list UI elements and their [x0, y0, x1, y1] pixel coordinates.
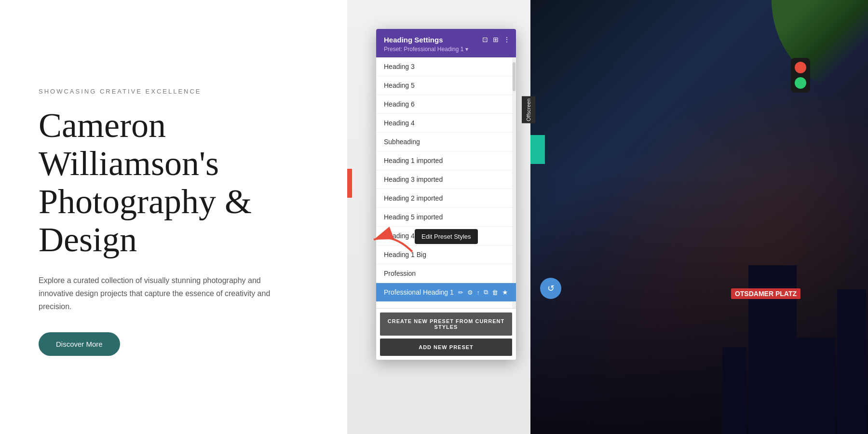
pencil-icon[interactable]: ✏ [458, 289, 463, 296]
columns-icon[interactable]: ⊞ [493, 36, 499, 44]
more-options-icon[interactable]: ⋮ [503, 36, 510, 44]
middle-panel-area: Heading Settings Preset: Professional He… [347, 0, 530, 434]
city-background: OTSDAMER PLATZ [530, 0, 868, 434]
traffic-light-red [795, 62, 806, 73]
list-item-heading2-imported[interactable]: Heading 2 imported [376, 189, 516, 208]
item-label: Heading 1 imported [384, 157, 443, 164]
item-label: Heading 3 imported [384, 176, 443, 183]
list-item-heading5[interactable]: Heading 5 [376, 76, 516, 95]
star-icon-ph2[interactable]: ☆ [502, 307, 508, 308]
list-item-heading3[interactable]: Heading 3 [376, 57, 516, 76]
panel-header: Heading Settings Preset: Professional He… [376, 29, 516, 57]
item-label: Heading 4 [384, 119, 415, 127]
panel-footer: CREATE NEW PRESET FROM CURRENT STYLES AD… [376, 308, 516, 360]
star-icon[interactable]: ★ [502, 288, 508, 296]
item-label: Profession [384, 270, 416, 277]
city-lights-overlay [530, 174, 868, 434]
item-label: Heading 5 [384, 81, 415, 89]
list-item-heading5-imported[interactable]: Heading 5 imported [376, 208, 516, 227]
heading-settings-panel: Heading Settings Preset: Professional He… [376, 29, 516, 360]
offscreen-label: Offscreen [522, 96, 535, 123]
tooltip-text: Edit Preset Styles [421, 233, 471, 240]
item-label: Professional Heading 2 [384, 307, 454, 308]
subtitle: SHOWCASING CREATIVE EXCELLENCE [39, 88, 318, 95]
list-item-heading4[interactable]: Heading 4 [376, 114, 516, 133]
copy-icon[interactable]: ⧉ [484, 288, 488, 296]
upload-icon[interactable]: ↑ [477, 289, 480, 296]
traffic-light-green [795, 77, 806, 89]
preset-label: Preset: Professional Heading 1 ▾ [384, 46, 468, 53]
panel-preset[interactable]: Preset: Professional Heading 1 ▾ [384, 46, 508, 53]
item-label: Heading 6 [384, 100, 415, 108]
tool-button[interactable]: ↺ [540, 278, 561, 299]
fullscreen-icon[interactable]: ⊡ [482, 36, 488, 44]
scrollbar[interactable] [512, 57, 516, 308]
add-preset-button[interactable]: ADD NEW PRESET [380, 339, 512, 356]
list-item-professional-heading1[interactable]: Professional Heading 1 ✏ ⚙ ↑ ⧉ 🗑 ★ [376, 283, 516, 302]
item-action-icons: ✏ ⚙ ↑ ⧉ 🗑 ★ [458, 288, 509, 296]
list-item-heading6[interactable]: Heading 6 [376, 95, 516, 114]
plant-area [772, 0, 868, 96]
item-label: Subheading [384, 138, 420, 146]
left-content-panel: SHOWCASING CREATIVE EXCELLENCE Cameron W… [0, 0, 347, 434]
list-item-profession[interactable]: Profession [376, 264, 516, 283]
discover-more-button[interactable]: Discover More [39, 332, 120, 356]
panel-header-icons: ⊡ ⊞ ⋮ [482, 36, 510, 44]
accent-bar [347, 169, 352, 198]
item-label: Heading 2 imported [384, 194, 443, 202]
main-heading: Cameron Williamson's Photography & Desig… [39, 107, 318, 259]
list-item-subheading[interactable]: Subheading [376, 133, 516, 151]
trash-icon[interactable]: 🗑 [492, 289, 498, 296]
item-label: Heading 1 Big [384, 251, 426, 258]
edit-preset-tooltip: Edit Preset Styles [415, 229, 478, 244]
street-sign: OTSDAMER PLATZ [731, 288, 800, 299]
traffic-light [791, 58, 810, 93]
gear-icon[interactable]: ⚙ [467, 289, 473, 296]
right-background-area: OTSDAMER PLATZ ↺ [530, 0, 868, 434]
list-item-heading3-imported[interactable]: Heading 3 imported [376, 170, 516, 189]
item-label: Heading 5 imported [384, 213, 443, 221]
list-item-professional-heading2[interactable]: Professional Heading 2 ☆ [376, 302, 516, 308]
create-preset-button[interactable]: CREATE NEW PRESET FROM CURRENT STYLES [380, 312, 512, 336]
preset-list: Heading 3 Heading 5 Heading 6 Heading 4 … [376, 57, 516, 308]
item-label: Professional Heading 1 [384, 288, 454, 296]
description: Explore a curated collection of visually… [39, 274, 280, 313]
list-item-heading1-imported[interactable]: Heading 1 imported [376, 151, 516, 170]
list-item-heading1-big[interactable]: Heading 1 Big [376, 245, 516, 264]
wrench-icon: ↺ [547, 283, 555, 294]
scrollbar-thumb [513, 62, 515, 91]
item-label: Heading 3 [384, 63, 415, 70]
teal-accent-block [530, 135, 545, 164]
